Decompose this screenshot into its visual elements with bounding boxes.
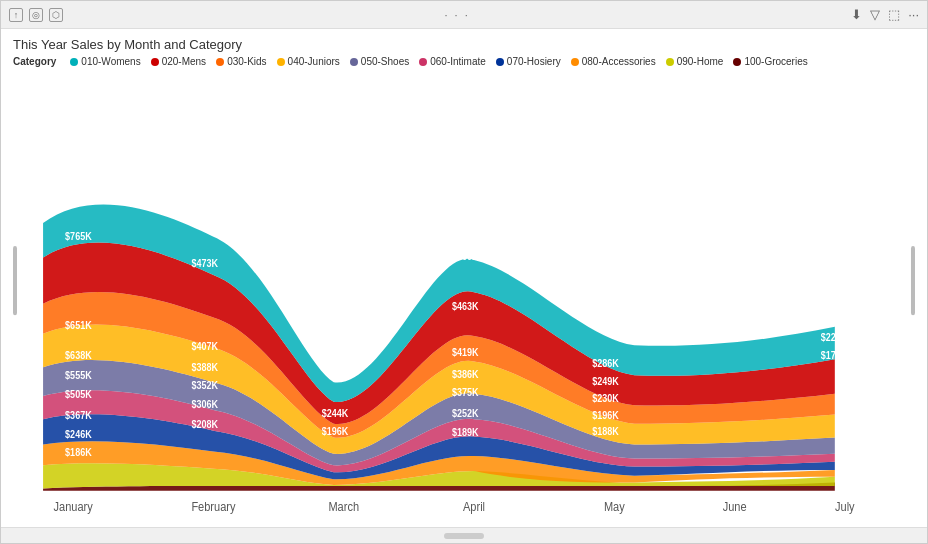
label-jan-4: $555K <box>65 369 92 381</box>
legend-item-100: 100-Groceries <box>733 56 807 67</box>
legend-category-label: Category <box>13 56 56 67</box>
expand-icon[interactable]: ⬚ <box>888 7 900 22</box>
label-jan-6: $367K <box>65 410 92 422</box>
legend-item-080: 080-Accessories <box>571 56 656 67</box>
legend-label-100: 100-Groceries <box>744 56 807 67</box>
chart-title: This Year Sales by Month and Category <box>13 37 915 52</box>
label-jan-5: $505K <box>65 389 92 401</box>
legend-dot-020 <box>151 58 159 66</box>
stream-svg: January February March April May June Ju… <box>13 73 915 523</box>
legend-label-030: 030-Kids <box>227 56 266 67</box>
label-may-5: $188K <box>592 426 619 438</box>
icon-circle[interactable]: ◎ <box>29 8 43 22</box>
label-jan-3: $638K <box>65 350 92 362</box>
legend-item-030: 030-Kids <box>216 56 266 67</box>
legend: Category 010-Womens 020-Mens 030-Kids 04… <box>13 56 915 67</box>
scrollbar-left[interactable] <box>13 246 17 315</box>
legend-dot-030 <box>216 58 224 66</box>
label-feb-2: $407K <box>191 340 218 352</box>
legend-label-070: 070-Hosiery <box>507 56 561 67</box>
titlebar-left: ↑ ◎ ⬡ <box>9 8 63 22</box>
scroll-thumb[interactable] <box>444 533 484 539</box>
label-feb-5: $306K <box>191 398 218 410</box>
x-label-july: July <box>835 500 855 515</box>
label-apr-7: $189K <box>452 427 479 439</box>
legend-dot-080 <box>571 58 579 66</box>
legend-dot-060 <box>419 58 427 66</box>
legend-item-070: 070-Hosiery <box>496 56 561 67</box>
x-label-march: March <box>328 500 359 515</box>
label-feb-6: $208K <box>191 419 218 431</box>
icon-hex[interactable]: ⬡ <box>49 8 63 22</box>
x-label-february: February <box>191 500 235 515</box>
legend-dot-100 <box>733 58 741 66</box>
label-jul-2: $174K <box>821 350 848 362</box>
legend-label-010: 010-Womens <box>81 56 140 67</box>
download-icon[interactable]: ⬇ <box>851 7 862 22</box>
label-apr-3: $419K <box>452 346 479 358</box>
legend-item-020: 020-Mens <box>151 56 206 67</box>
titlebar-center: · · · <box>444 9 469 21</box>
stream-chart: January February March April May June Ju… <box>13 73 915 523</box>
label-may-4: $196K <box>592 410 619 422</box>
bottom-scrollbar[interactable] <box>1 527 927 543</box>
label-may-2: $249K <box>592 375 619 387</box>
legend-item-090: 090-Home <box>666 56 724 67</box>
label-jan-2: $651K <box>65 320 92 332</box>
label-jan-1: $765K <box>65 231 92 243</box>
x-label-january: January <box>54 500 93 515</box>
label-apr-5: $375K <box>452 386 479 398</box>
label-mar-2: $196K <box>322 426 349 438</box>
label-mar-1: $244K <box>322 407 349 419</box>
label-apr-2: $463K <box>452 300 479 312</box>
legend-label-040: 040-Juniors <box>288 56 340 67</box>
label-feb-4: $352K <box>191 380 218 392</box>
label-feb-3: $388K <box>191 361 218 373</box>
label-feb-1: $473K <box>191 257 218 269</box>
legend-label-090: 090-Home <box>677 56 724 67</box>
label-jul-1: $228K <box>821 331 848 343</box>
label-apr-1: $560K <box>452 250 479 262</box>
legend-dot-010 <box>70 58 78 66</box>
label-jan-8: $186K <box>65 446 92 458</box>
legend-dot-090 <box>666 58 674 66</box>
titlebar: ↑ ◎ ⬡ · · · ⬇ ▽ ⬚ ··· <box>1 1 927 29</box>
legend-label-020: 020-Mens <box>162 56 206 67</box>
x-label-june: June <box>723 500 747 515</box>
filter-icon[interactable]: ▽ <box>870 7 880 22</box>
legend-label-050: 050-Shoes <box>361 56 409 67</box>
scrollbar-right[interactable] <box>911 246 915 315</box>
legend-dot-070 <box>496 58 504 66</box>
legend-dot-040 <box>277 58 285 66</box>
label-apr-4: $386K <box>452 368 479 380</box>
titlebar-right: ⬇ ▽ ⬚ ··· <box>851 7 919 22</box>
legend-item-040: 040-Juniors <box>277 56 340 67</box>
label-apr-6: $252K <box>452 407 479 419</box>
main-window: ↑ ◎ ⬡ · · · ⬇ ▽ ⬚ ··· This Year Sales by… <box>0 0 928 544</box>
chart-area: This Year Sales by Month and Category Ca… <box>1 29 927 527</box>
x-label-may: May <box>604 500 625 515</box>
more-icon[interactable]: ··· <box>908 7 919 22</box>
label-may-3: $230K <box>592 392 619 404</box>
legend-item-050: 050-Shoes <box>350 56 409 67</box>
label-may-1: $286K <box>592 358 619 370</box>
legend-dot-050 <box>350 58 358 66</box>
icon-up[interactable]: ↑ <box>9 8 23 22</box>
x-label-april: April <box>463 500 485 515</box>
legend-item-060: 060-Intimate <box>419 56 486 67</box>
legend-label-080: 080-Accessories <box>582 56 656 67</box>
label-jan-7: $246K <box>65 428 92 440</box>
legend-label-060: 060-Intimate <box>430 56 486 67</box>
legend-item-010: 010-Womens <box>70 56 140 67</box>
